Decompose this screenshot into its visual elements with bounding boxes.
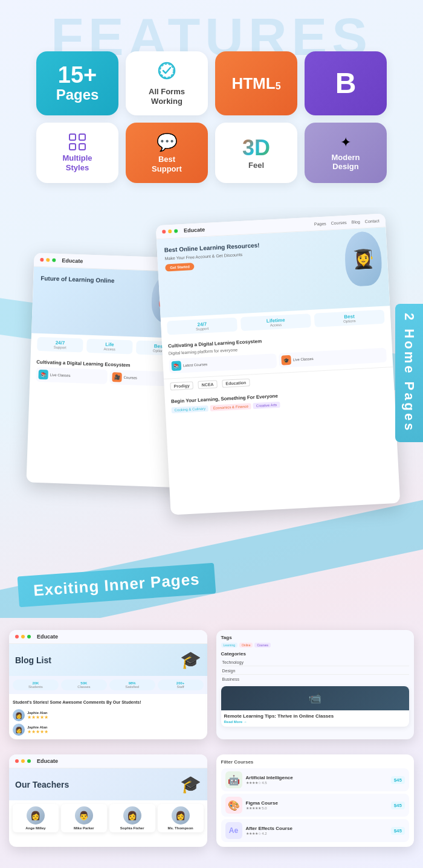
cat-cooking: Cooking & Culinary [171, 405, 208, 413]
blog-stat-2: 50KClasses [61, 680, 107, 690]
blog-mockup: Educate Blog List 🎓 20KStudents 50KClass… [9, 630, 207, 739]
blog-right-panel: Tags Learning Online Courses Categories … [216, 630, 415, 739]
bottom-grid: Educate Blog List 🎓 20KStudents 50KClass… [9, 630, 414, 847]
blog-post-image: 📹 [221, 686, 410, 710]
testimonial-1-stars: ★★★★★ [27, 715, 48, 720]
nav-pages: Pages [314, 221, 326, 226]
teacher-2-name: Mike Parker [63, 826, 105, 830]
blog-screen-header: Educate [9, 630, 207, 644]
s1-icon-1: 📚 [172, 361, 182, 371]
feature-card-forms[interactable]: All FormsWorking [126, 51, 208, 115]
teacher-4: 👩 Ms. Thompson [158, 804, 204, 832]
bottom-screenshots-section: Educate Blog List 🎓 20KStudents 50KClass… [0, 618, 423, 868]
testimonial-1: 👩 Japhie Alan ★★★★★ [13, 709, 204, 721]
ai-icon: 🤖 [225, 771, 242, 788]
feature-card-bootstrap[interactable]: B [305, 51, 387, 115]
ai-course-price: $45 [391, 776, 405, 784]
screen2-hero-title: Future of Learning Online [40, 274, 126, 285]
ae-course-info: After Effects Course ★★★★☆ 4.2 [246, 826, 387, 835]
forms-label: All FormsWorking [149, 87, 185, 106]
main-dot-yellow [168, 230, 172, 233]
ai-course-info: Artificial Intelligence ★★★★☆ 4.5 [246, 775, 387, 785]
blog-cat-1: Technology [221, 659, 410, 666]
exciting-label-text: Exciting Inner Pages [33, 570, 200, 600]
course-item-ai: 🤖 Artificial Intelligence ★★★★☆ 4.5 $45 [221, 768, 410, 791]
tag-3: Courses [254, 643, 271, 648]
teacher-4-name: Ms. Thompson [160, 826, 201, 830]
t-dot-y [21, 759, 25, 763]
teacher-3: 👩 Sophia Fisher [109, 804, 155, 832]
cc-icon-2: 🎥 [112, 373, 122, 383]
blog-stat-3: 98%Satisfied [109, 680, 155, 690]
screen1-hero: Best Online Learning Resources! Make You… [157, 228, 390, 318]
s1-card-1: 📚 Latest Courses [169, 354, 277, 374]
html5-text: HTML [231, 74, 275, 93]
categories-label: Categories [221, 651, 410, 657]
features-section: FEATURES 15+ Pages All FormsWorking HTML… [0, 0, 423, 195]
ai-course-name: Artificial Intelligence [246, 775, 387, 780]
figma-course-name: Figma Course [246, 800, 387, 806]
pages-number: 15+ [58, 63, 97, 86]
blog-dot-y [21, 635, 25, 638]
two-home-label-text: 2 Home Pages [402, 313, 417, 432]
feature-card-pages[interactable]: 15+ Pages [36, 51, 118, 115]
feature-card-styles[interactable]: MultipleStyles [36, 123, 118, 183]
feature-card-design[interactable]: ✦ ModernDesign [305, 123, 387, 183]
ae-course-meta: ★★★★☆ 4.2 [246, 831, 387, 835]
nav-blog: Blog [352, 219, 360, 224]
screen1-stat-3: BestOptions [314, 310, 385, 327]
s1-icon-2: 🎓 [281, 355, 291, 365]
blog-post-title: Remote Learning Tips: Thrive in Online C… [224, 713, 407, 719]
design-icon: ✦ [340, 135, 351, 150]
blog-mascot: 🎓 [180, 650, 201, 670]
testimonial-2-stars: ★★★★★ [27, 729, 48, 735]
blog-right-content: Tags Learning Online Courses Categories … [216, 630, 415, 731]
tag-1: Learning [221, 643, 237, 648]
blog-tags: Learning Online Courses [221, 643, 410, 648]
cc-icon-1: 📚 [38, 370, 48, 380]
ae-course-price: $45 [391, 827, 405, 835]
blog-screen-logo: Educate [37, 634, 58, 640]
screenshots-section: 2 Home Pages Educate Future of Learning … [0, 207, 423, 618]
blog-title: Blog List [15, 655, 51, 665]
cat-economics: Economics & Finance [210, 403, 251, 412]
styles-grid-icon [69, 133, 86, 150]
teachers-title: Our Teachers [15, 780, 69, 789]
screen1-nav: Pages Courses Blog Contact [314, 219, 379, 227]
teachers-mascot: 🎓 [180, 774, 201, 794]
pages-label: Pages [56, 86, 99, 103]
t-dot-r [15, 759, 19, 763]
blog-post-info: Remote Learning Tips: Thrive in Online C… [221, 710, 410, 727]
ai-course-meta: ★★★★☆ 4.5 [246, 780, 387, 785]
teacher-2: 👨 Mike Parker [61, 804, 107, 832]
feature-card-3d[interactable]: 3D Feel [215, 123, 297, 183]
blog-post-card: 📹 Remote Learning Tips: Thrive in Online… [221, 686, 410, 727]
teacher-3-name: Sophia Fisher [112, 826, 153, 830]
teachers-header-inner: Our Teachers 🎓 [15, 774, 201, 794]
screen1-figure: 👩‍🎓 [344, 231, 383, 287]
main-dot-red [162, 230, 166, 234]
cat-creative: Creative Arts [253, 402, 280, 409]
tag-2: Online [239, 643, 253, 648]
teachers-list: 👩 Ange Milley 👨 Mike Parker 👩 Sophia Fis… [9, 800, 207, 836]
s1-text-1: Latest Courses [183, 362, 208, 367]
forms-icon [157, 61, 176, 85]
screen1-logo: Educate [184, 227, 205, 234]
screen1-stat-2: LifetimeAccess [241, 313, 311, 331]
blog-header: Blog List 🎓 [9, 644, 207, 676]
blog-stat-1: 20KStudents [13, 680, 59, 690]
3d-text: 3D [242, 135, 270, 161]
blog-dot-r [15, 635, 19, 638]
main-mockup-screen: Educate Pages Courses Blog Contact Best … [156, 214, 401, 515]
blog-tags-label: Tags [221, 635, 410, 640]
feature-card-html5[interactable]: HTML 5 [215, 51, 297, 115]
blog-dot-g [27, 635, 31, 638]
s1-card-2: 🎓 Live Classes [279, 348, 387, 368]
course-item-figma: 🎨 Figma Course ★★★★★ 5.0 $45 [221, 794, 410, 817]
courses-panel: Filter Courses 🤖 Artificial Intelligence… [216, 754, 415, 847]
figma-course-meta: ★★★★★ 5.0 [246, 806, 387, 810]
teachers-screen-header: Educate [9, 754, 207, 768]
stat-247: 24/7Support [37, 337, 83, 353]
figma-course-info: Figma Course ★★★★★ 5.0 [246, 800, 387, 810]
feature-card-support[interactable]: 💬 BestSupport [126, 123, 208, 183]
